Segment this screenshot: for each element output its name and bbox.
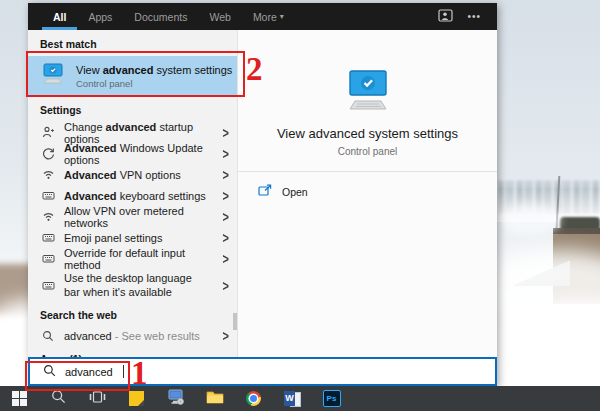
vpn-icon: [41, 168, 55, 181]
start-search-panel: All Apps Documents Web More ▾ ••• Best m…: [28, 3, 497, 386]
sync-icon: [41, 147, 55, 160]
sticky-notes-button[interactable]: [117, 386, 156, 411]
windows-desktop: All Apps Documents Web More ▾ ••• Best m…: [0, 0, 600, 411]
wallpaper-fog: [500, 205, 560, 235]
results-list: Best match View advanced system settings…: [28, 30, 237, 386]
best-match-text: View advanced system settings Control pa…: [76, 64, 232, 89]
chevron-right-icon: >: [223, 229, 229, 245]
settings-item-advanced-keyboard[interactable]: Advanced keyboard settings >: [28, 185, 237, 206]
search-input[interactable]: advanced: [28, 357, 497, 386]
best-match-header: Best match: [28, 30, 237, 56]
settings-item-label: Advanced keyboard settings: [64, 190, 210, 202]
chevron-down-icon: ▾: [280, 12, 284, 21]
tab-more-label: More: [253, 11, 277, 23]
windows-logo-icon: [12, 391, 27, 406]
keyboard-icon: [41, 252, 55, 265]
tab-more[interactable]: More ▾: [242, 3, 295, 30]
chevron-right-icon: >: [223, 277, 229, 293]
preview-icon-wrap: [238, 70, 497, 116]
sticky-notes-icon: [129, 391, 144, 406]
system-settings-icon: [40, 63, 66, 89]
result-preview-pane: View advanced system settings Control pa…: [237, 30, 497, 386]
chrome-icon: [246, 391, 261, 406]
this-pc-button[interactable]: [156, 386, 195, 411]
vpn-icon: [41, 210, 55, 223]
topbar-right-icons: •••: [438, 3, 497, 30]
photoshop-icon: Ps: [323, 390, 341, 407]
keyboard-icon: [41, 231, 55, 244]
settings-item-override-input-method[interactable]: Override for default input method >: [28, 248, 237, 269]
open-action[interactable]: Open: [238, 172, 497, 199]
chevron-right-icon: >: [223, 250, 229, 266]
settings-item-desktop-language-bar[interactable]: Use the desktop language bar when it's a…: [28, 269, 237, 302]
tab-documents[interactable]: Documents: [123, 3, 198, 30]
settings-item-label: Use the desktop language bar when it's a…: [64, 272, 210, 300]
preview-title: View advanced system settings: [238, 126, 497, 141]
best-match-title: View advanced system settings: [76, 64, 232, 76]
settings-item-advanced-startup[interactable]: Change advanced startup options >: [28, 122, 237, 143]
tab-apps-label: Apps: [88, 11, 112, 23]
settings-item-label: Emoji panel settings: [64, 232, 210, 244]
start-button[interactable]: [0, 386, 39, 411]
settings-item-advanced-windows-update[interactable]: Advanced Windows Update options >: [28, 143, 237, 164]
settings-item-vpn-metered[interactable]: Allow VPN over metered networks >: [28, 206, 237, 227]
chevron-right-icon: >: [223, 208, 229, 224]
chevron-right-icon: >: [223, 124, 229, 140]
chevron-right-icon: >: [223, 327, 229, 343]
tab-apps[interactable]: Apps: [77, 3, 123, 30]
settings-item-label: Advanced Windows Update options: [64, 142, 210, 166]
preview-subtitle: Control panel: [238, 146, 497, 157]
chevron-right-icon: >: [223, 166, 229, 182]
best-match-result[interactable]: View advanced system settings Control pa…: [28, 56, 237, 96]
settings-item-label: Advanced VPN options: [64, 169, 210, 181]
tab-all[interactable]: All: [42, 3, 77, 30]
tab-web[interactable]: Web: [198, 3, 241, 30]
restart-person-icon: [41, 126, 55, 139]
text-caret: [123, 365, 124, 378]
this-pc-icon: [167, 389, 185, 409]
file-explorer-icon: [206, 389, 224, 408]
search-icon: [41, 330, 55, 342]
chevron-right-icon: >: [223, 145, 229, 161]
tab-all-label: All: [53, 11, 66, 23]
chrome-button[interactable]: [234, 386, 273, 411]
system-settings-icon-large: [342, 70, 394, 116]
task-view-button[interactable]: [78, 386, 117, 411]
tab-web-label: Web: [209, 11, 230, 23]
web-search-label: advanced - See web results: [64, 330, 210, 342]
tab-documents-label: Documents: [134, 11, 187, 23]
word-icon: W: [284, 391, 301, 407]
account-icon[interactable]: [438, 8, 453, 26]
settings-item-label: Allow VPN over metered networks: [64, 205, 210, 229]
word-button[interactable]: W: [273, 386, 312, 411]
open-icon: [258, 184, 272, 199]
settings-item-emoji-panel[interactable]: Emoji panel settings >: [28, 227, 237, 248]
search-input-value: advanced: [65, 366, 113, 378]
best-match-subtitle: Control panel: [76, 78, 232, 89]
photoshop-button[interactable]: Ps: [312, 386, 351, 411]
settings-item-advanced-vpn[interactable]: Advanced VPN options >: [28, 164, 237, 185]
chevron-right-icon: >: [223, 187, 229, 203]
search-results-body: Best match View advanced system settings…: [28, 30, 497, 386]
search-filter-bar: All Apps Documents Web More ▾ •••: [28, 3, 497, 30]
settings-item-label: Override for default input method: [64, 247, 210, 271]
task-view-icon: [89, 390, 106, 408]
search-icon: [43, 363, 56, 381]
taskbar: W Ps: [0, 386, 600, 411]
web-search-result[interactable]: advanced - See web results >: [28, 325, 237, 346]
search-filter-tabs: All Apps Documents Web More ▾: [28, 3, 295, 30]
search-icon: [51, 389, 66, 408]
keyboard-icon: [41, 279, 55, 292]
options-ellipsis-icon[interactable]: •••: [467, 11, 481, 22]
open-label: Open: [282, 186, 308, 198]
settings-header: Settings: [28, 96, 237, 122]
search-web-header: Search the web: [28, 302, 237, 325]
taskbar-search-button[interactable]: [39, 386, 78, 411]
file-explorer-button[interactable]: [195, 386, 234, 411]
keyboard-icon: [41, 189, 55, 202]
